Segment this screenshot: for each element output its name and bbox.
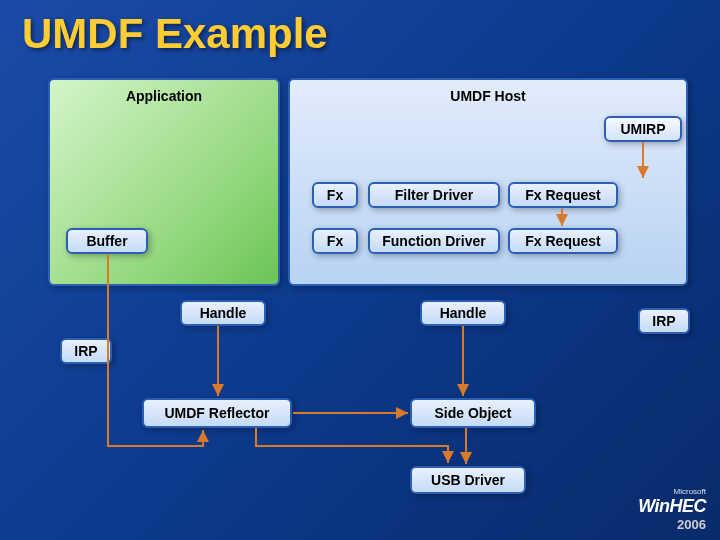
logo-brand: WinHEC (638, 496, 706, 517)
handle-box-2: Handle (420, 300, 506, 326)
logo-company: Microsoft (674, 487, 706, 496)
slide-title: UMDF Example (22, 10, 328, 58)
usb-driver-box: USB Driver (410, 466, 526, 494)
fx-request-box-1: Fx Request (508, 182, 618, 208)
fx-box-2: Fx (312, 228, 358, 254)
fx-box-1: Fx (312, 182, 358, 208)
fx-request-box-2: Fx Request (508, 228, 618, 254)
filter-driver-box: Filter Driver (368, 182, 500, 208)
handle-box-1: Handle (180, 300, 266, 326)
application-box: Application (48, 78, 280, 286)
winhec-logo: Microsoft WinHEC 2006 (638, 487, 706, 532)
diagram-area: Application UMDF Host UMIRP Fx Filter Dr… (48, 78, 690, 480)
irp-box-2: IRP (638, 308, 690, 334)
umdf-reflector-box: UMDF Reflector (142, 398, 292, 428)
umirp-box: UMIRP (604, 116, 682, 142)
side-object-box: Side Object (410, 398, 536, 428)
irp-box-1: IRP (60, 338, 112, 364)
buffer-box: Buffer (66, 228, 148, 254)
function-driver-box: Function Driver (368, 228, 500, 254)
logo-year: 2006 (677, 517, 706, 532)
